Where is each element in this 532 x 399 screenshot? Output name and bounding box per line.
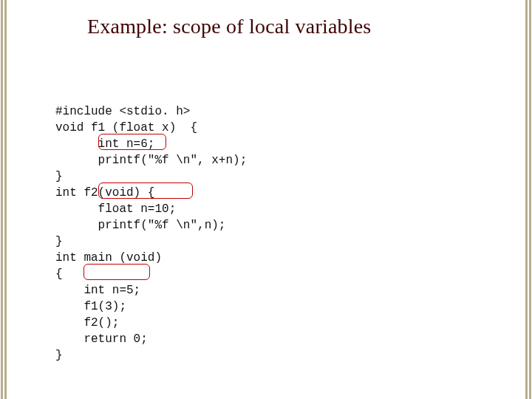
highlight-box: [98, 134, 166, 150]
code-line: int main (void): [55, 251, 162, 265]
decor-line-left-1: [1, 0, 3, 399]
code-line: return 0;: [55, 332, 148, 346]
code-line: float n=10;: [55, 202, 176, 216]
highlight-box: [83, 264, 150, 280]
code-line: f2();: [55, 316, 119, 330]
highlight-box: [98, 183, 193, 199]
code-line: }: [55, 349, 63, 362]
decor-line-right-2: [525, 0, 528, 399]
code-line: f1(3);: [55, 300, 126, 313]
slide-title: Example: scope of local variables: [87, 15, 371, 38]
code-line: }: [55, 235, 63, 248]
code-line: printf("%f \n", x+n);: [55, 154, 247, 167]
slide: Example: scope of local variables #inclu…: [0, 0, 532, 399]
code-line: printf("%f \n",n);: [55, 219, 225, 232]
decor-line-left-2: [4, 0, 7, 399]
code-line: }: [55, 170, 63, 183]
code-line: {: [55, 267, 63, 281]
decor-line-right-1: [529, 0, 531, 399]
code-line: #include <stdio. h>: [55, 105, 190, 118]
code-line: int n=5;: [55, 284, 140, 297]
code-line: void f1 (float x) {: [55, 121, 197, 134]
